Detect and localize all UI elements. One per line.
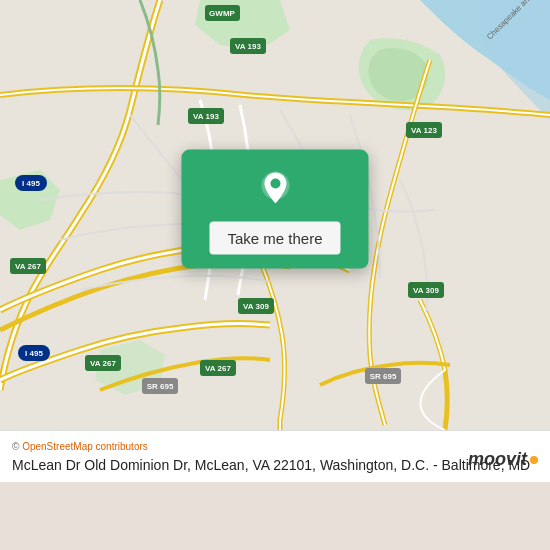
moovit-logo: moovit bbox=[468, 449, 538, 470]
va267-bottom-label: VA 267 bbox=[90, 359, 116, 368]
info-bar: © OpenStreetMap contributors McLean Dr O… bbox=[0, 430, 550, 482]
va267-br-label: VA 267 bbox=[205, 364, 231, 373]
osm-link[interactable]: OpenStreetMap contributors bbox=[22, 441, 148, 452]
i495-bottom-label: I 495 bbox=[25, 349, 43, 358]
va193-center-label: VA 193 bbox=[193, 112, 219, 121]
map-view: GWMP VA 193 VA 193 I 495 VA 267 I 495 VA… bbox=[0, 0, 550, 430]
i495-left-label: I 495 bbox=[22, 179, 40, 188]
take-me-there-button[interactable]: Take me there bbox=[209, 222, 340, 255]
osm-copyright: © bbox=[12, 441, 19, 452]
va193-top-label: VA 193 bbox=[235, 42, 261, 51]
va123-label: VA 123 bbox=[411, 126, 437, 135]
va309-center-label: VA 309 bbox=[243, 302, 269, 311]
gwmp-label: GWMP bbox=[209, 9, 235, 18]
location-card: Take me there bbox=[181, 150, 368, 269]
sr695-left-label: SR 695 bbox=[147, 382, 174, 391]
moovit-dot bbox=[530, 456, 538, 464]
moovit-text: moovit bbox=[468, 449, 527, 470]
address-text: McLean Dr Old Dominion Dr, McLean, VA 22… bbox=[12, 456, 538, 474]
location-pin-icon bbox=[253, 168, 297, 212]
sr695-right-label: SR 695 bbox=[370, 372, 397, 381]
osm-credit: © OpenStreetMap contributors bbox=[12, 441, 538, 452]
va267-left-label: VA 267 bbox=[15, 262, 41, 271]
va309-right-label: VA 309 bbox=[413, 286, 439, 295]
svg-point-16 bbox=[270, 179, 280, 189]
